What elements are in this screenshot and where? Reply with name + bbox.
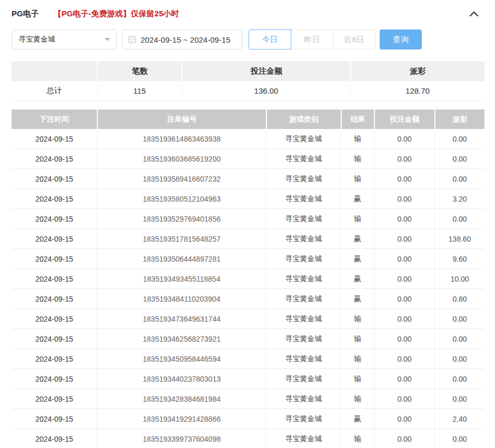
cell-order-id: 1835193428384681984: [97, 389, 266, 409]
cell-order-id: 1835193580512104963: [97, 189, 266, 209]
cell-order-id: 1835193517815648257: [97, 229, 266, 249]
cell-order-id: 1835193484110203904: [97, 289, 266, 309]
cell-bet-time: 2024-09-15: [12, 329, 97, 349]
table-row: 2024-09-15 1835193506444897281 寻宝黄金城 赢 0…: [12, 249, 484, 269]
cell-bet-amount: 0.00: [374, 149, 434, 169]
cell-bet-time: 2024-09-15: [12, 309, 97, 329]
cell-bet-time: 2024-09-15: [12, 129, 97, 149]
cell-bet-time: 2024-09-15: [12, 289, 97, 309]
cell-bet-amount: 0.00: [374, 289, 434, 309]
summary-col-payout: 派彩: [350, 61, 484, 81]
game-select[interactable]: 寻宝黄金城: [12, 29, 117, 49]
cell-order-id: 1835193603685619200: [97, 149, 266, 169]
cell-bet-amount: 0.00: [374, 209, 434, 229]
query-button[interactable]: 查询: [380, 29, 422, 49]
cell-result: 输: [341, 309, 374, 329]
filter-controls: 寻宝黄金城 2024-09-15 ~ 2024-09-15 今日 昨日: [12, 29, 484, 49]
cell-bet-amount: 0.00: [374, 349, 434, 369]
cell-game-type: 寻宝黄金城: [266, 349, 341, 369]
cell-result: 赢: [341, 249, 374, 269]
summary-header-row: 笔数 投注金额 派彩: [12, 61, 484, 81]
table-row: 2024-09-15 1835193419291428866 寻宝黄金城 赢 0…: [12, 409, 484, 429]
last-8-days-button[interactable]: 近8日: [333, 29, 375, 49]
cell-order-id: 1835193529769401856: [97, 209, 266, 229]
cell-order-id: 1835193399737604098: [97, 429, 266, 448]
cell-bet-time: 2024-09-15: [12, 429, 97, 448]
cell-payout: 0.00: [434, 329, 484, 349]
cell-result: 输: [341, 429, 374, 448]
chevron-down-icon: [105, 38, 110, 41]
cell-game-type: 寻宝黄金城: [266, 229, 341, 249]
table-row: 2024-09-15 1835193428384681984 寻宝黄金城 输 0…: [12, 389, 484, 409]
cell-game-type: 寻宝黄金城: [266, 209, 341, 229]
col-result: 结果: [341, 109, 374, 129]
cell-result: 输: [341, 209, 374, 229]
cell-result: 赢: [341, 229, 374, 249]
cell-payout: 0.00: [434, 129, 484, 149]
cell-game-type: 寻宝黄金城: [266, 429, 341, 448]
cell-game-type: 寻宝黄金城: [266, 149, 341, 169]
table-row: 2024-09-15 1835193614863463938 寻宝黄金城 输 0…: [12, 129, 484, 149]
cell-payout: 0.00: [434, 309, 484, 329]
cell-result: 赢: [341, 189, 374, 209]
cell-bet-amount: 0.00: [374, 269, 434, 289]
date-range-value: 2024-09-15 ~ 2024-09-15: [141, 35, 231, 44]
pg-records-panel: PG电子 【PG电子-免费游戏】仅保留25小时 寻宝黄金城: [0, 0, 495, 448]
table-row: 2024-09-15 1835193580512104963 寻宝黄金城 赢 0…: [12, 189, 484, 209]
cell-game-type: 寻宝黄金城: [266, 189, 341, 209]
cell-bet-time: 2024-09-15: [12, 409, 97, 429]
cell-bet-time: 2024-09-15: [12, 229, 97, 249]
cell-bet-amount: 0.00: [374, 309, 434, 329]
cell-bet-time: 2024-09-15: [12, 369, 97, 389]
col-bet-amount: 投注金额: [374, 109, 434, 129]
cell-bet-amount: 0.00: [374, 369, 434, 389]
col-bet-time: 下注时间: [12, 109, 97, 129]
cell-payout: 9.60: [434, 249, 484, 269]
summary-col-bet-amount: 投注金额: [182, 61, 350, 81]
cell-payout: 3.20: [434, 189, 484, 209]
cell-order-id: 1835193440237803013: [97, 369, 266, 389]
cell-game-type: 寻宝黄金城: [266, 169, 341, 189]
bet-table-body: 2024-09-15 1835193614863463938 寻宝黄金城 输 0…: [12, 129, 484, 448]
cell-bet-time: 2024-09-15: [12, 149, 97, 169]
table-row: 2024-09-15 1835193484110203904 寻宝黄金城 赢 0…: [12, 289, 484, 309]
cell-bet-time: 2024-09-15: [12, 169, 97, 189]
cell-payout: 0.80: [434, 289, 484, 309]
summary-total-label: 总计: [12, 81, 97, 101]
col-order-id: 注单编号: [97, 109, 266, 129]
cell-result: 赢: [341, 289, 374, 309]
chevron-up-icon: [469, 11, 479, 17]
cell-result: 输: [341, 149, 374, 169]
cell-bet-amount: 0.00: [374, 329, 434, 349]
cell-order-id: 1835193493455118854: [97, 269, 266, 289]
table-row: 2024-09-15 1835193399737604098 寻宝黄金城 输 0…: [12, 429, 484, 448]
summary-total-bet-amount: 136.00: [182, 81, 350, 101]
table-row: 2024-09-15 1835193529769401856 寻宝黄金城 输 0…: [12, 209, 484, 229]
cell-game-type: 寻宝黄金城: [266, 309, 341, 329]
summary-total-payout: 128.70: [350, 81, 484, 101]
summary-table: 笔数 投注金额 派彩 总计 115 136.00 128.70: [12, 61, 484, 101]
cell-bet-time: 2024-09-15: [12, 349, 97, 369]
table-row: 2024-09-15 1835193493455118854 寻宝黄金城 赢 0…: [12, 269, 484, 289]
cell-result: 输: [341, 389, 374, 409]
cell-result: 输: [341, 369, 374, 389]
cell-bet-amount: 0.00: [374, 189, 434, 209]
today-button[interactable]: 今日: [249, 29, 291, 49]
cell-result: 赢: [341, 269, 374, 289]
cell-payout: 0.00: [434, 369, 484, 389]
quick-range-group: 今日 昨日 近8日: [249, 29, 375, 49]
cell-bet-amount: 0.00: [374, 129, 434, 149]
yesterday-button[interactable]: 昨日: [291, 29, 333, 49]
table-row: 2024-09-15 1835193462568273921 寻宝黄金城 输 0…: [12, 329, 484, 349]
retention-notice: 【PG电子-免费游戏】仅保留25小时: [54, 9, 179, 19]
collapse-button[interactable]: [468, 7, 480, 20]
table-row: 2024-09-15 1835193517815648257 寻宝黄金城 赢 0…: [12, 229, 484, 249]
cell-order-id: 1835193473649631744: [97, 309, 266, 329]
cell-payout: 0.00: [434, 429, 484, 448]
cell-game-type: 寻宝黄金城: [266, 369, 341, 389]
cell-game-type: 寻宝黄金城: [266, 249, 341, 269]
cell-game-type: 寻宝黄金城: [266, 269, 341, 289]
table-row: 2024-09-15 1835193603685619200 寻宝黄金城 输 0…: [12, 149, 484, 169]
cell-bet-amount: 0.00: [374, 229, 434, 249]
date-range-input[interactable]: 2024-09-15 ~ 2024-09-15: [122, 29, 242, 49]
